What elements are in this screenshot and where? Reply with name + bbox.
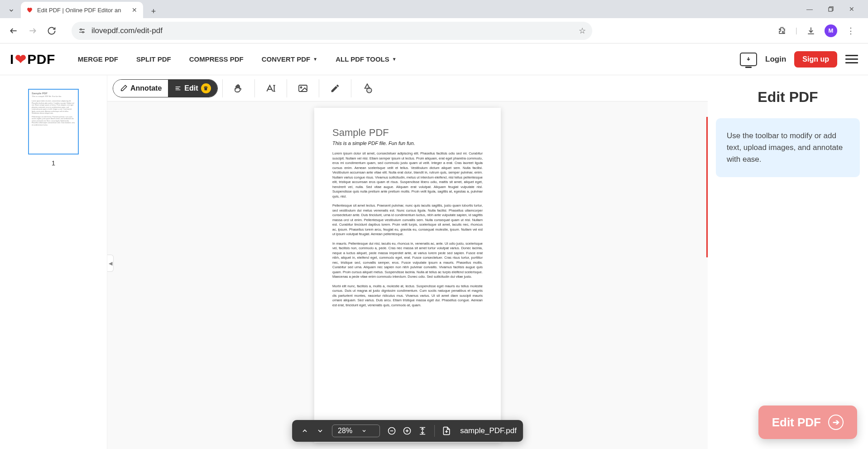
login-link[interactable]: Login (765, 55, 786, 64)
main-nav: MERGE PDF SPLIT PDF COMPRESS PDF CONVERT… (78, 55, 397, 63)
logo-letters-pdf: PDF (27, 52, 55, 67)
url-text: ilovepdf.com/edit-pdf (91, 26, 573, 35)
downloads-icon[interactable] (803, 23, 819, 39)
svg-rect-16 (299, 85, 307, 92)
file-icon (440, 425, 453, 437)
desktop-app-icon[interactable] (740, 53, 757, 66)
extensions-icon[interactable] (774, 23, 790, 39)
nav-all-pdf-tools[interactable]: ALL PDF TOOLS▼ (336, 55, 397, 63)
canvas-viewport[interactable]: Sample PDF This is a simple PDF file. Fu… (107, 101, 708, 449)
zoom-out-button[interactable] (385, 425, 398, 437)
window-close-button[interactable]: ✕ (845, 4, 858, 14)
browser-address-bar[interactable]: ilovepdf.com/edit-pdf ☆ (72, 22, 592, 40)
browser-toolbar: ilovepdf.com/edit-pdf ☆ | M ⋮ (0, 18, 868, 43)
doc-title: Sample PDF (332, 127, 483, 139)
fit-height-button[interactable] (416, 425, 429, 437)
svg-point-5 (80, 29, 82, 30)
draw-tool-button[interactable] (324, 77, 346, 100)
chevron-down-icon: ▼ (392, 57, 397, 62)
nav-compress-pdf[interactable]: COMPRESS PDF (189, 55, 244, 63)
accent-bar (706, 117, 708, 257)
logo-letter-i: I (10, 52, 14, 67)
svg-point-18 (366, 87, 371, 92)
editor-toolbar: Annotate Edit ♛ (107, 75, 708, 101)
nav-split-pdf[interactable]: SPLIT PDF (136, 55, 171, 63)
svg-point-17 (300, 87, 302, 88)
browser-reload-button[interactable] (43, 23, 60, 39)
arrow-right-circle-icon: ➔ (828, 415, 844, 430)
prev-page-button[interactable] (298, 425, 311, 437)
site-settings-icon[interactable] (78, 27, 86, 35)
filename-label: sample_PDF.pdf (460, 426, 517, 435)
window-controls: — ✕ (803, 0, 868, 18)
info-box: Use the toolbar to modify or add text, u… (716, 118, 860, 177)
tab-favicon-icon (25, 6, 34, 14)
bottom-status-bar: 28% sample_PDF.pdf (292, 420, 523, 442)
window-minimize-button[interactable]: — (803, 4, 816, 14)
browser-tab-active[interactable]: Edit PDF | Online PDF Editor an ✕ (21, 2, 143, 18)
doc-paragraph: Pellentesque sit amet lectus. Praesent p… (332, 203, 483, 237)
doc-paragraph: Lorem ipsum dolor sit amet, consectetuer… (332, 151, 483, 199)
svg-point-6 (82, 31, 84, 33)
logo[interactable]: I ❤ PDF (10, 51, 55, 67)
tab-search-dropdown[interactable] (4, 3, 19, 18)
premium-crown-icon: ♛ (201, 83, 211, 93)
page-thumbnail-1[interactable]: Sample PDF This is a simple PDF file. Fu… (28, 89, 79, 154)
thumbnail-page-number: 1 (52, 159, 55, 167)
doc-subtitle: This is a simple PDF file. Fun fun fun. (332, 140, 483, 146)
browser-forward-button[interactable] (24, 23, 41, 39)
thumbnail-sidebar: Sample PDF This is a simple PDF file. Fu… (0, 75, 107, 449)
image-tool-button[interactable] (292, 77, 314, 100)
tab-close-button[interactable]: ✕ (130, 6, 139, 14)
right-panel: Edit PDF Use the toolbar to modify or ad… (708, 75, 868, 449)
svg-rect-0 (829, 8, 832, 11)
bookmark-star-icon[interactable]: ☆ (579, 26, 586, 36)
nav-convert-pdf[interactable]: CONVERT PDF▼ (262, 55, 317, 63)
nav-merge-pdf[interactable]: MERGE PDF (78, 55, 118, 63)
heart-icon: ❤ (15, 51, 27, 67)
zoom-select[interactable]: 28% (332, 425, 380, 437)
app-header: I ❤ PDF MERGE PDF SPLIT PDF COMPRESS PDF… (0, 43, 868, 75)
mode-edit-button[interactable]: Edit ♛ (168, 80, 217, 97)
browser-tab-strip: Edit PDF | Online PDF Editor an ✕ + — ✕ (0, 0, 868, 18)
pdf-page-1[interactable]: Sample PDF This is a simple PDF file. Fu… (314, 108, 501, 443)
new-tab-button[interactable]: + (147, 5, 160, 18)
canvas-area: Annotate Edit ♛ (107, 75, 708, 449)
text-tool-button[interactable] (259, 77, 282, 100)
signup-button[interactable]: Sign up (794, 51, 837, 68)
next-page-button[interactable] (314, 425, 326, 437)
mode-toggle[interactable]: Annotate Edit ♛ (113, 79, 218, 97)
hamburger-menu-icon[interactable] (845, 53, 858, 66)
shapes-tool-button[interactable] (356, 77, 379, 100)
doc-paragraph: Morbi elit nunc, facilisis a, mollis a, … (332, 284, 483, 308)
profile-avatar[interactable]: M (825, 24, 837, 37)
browser-back-button[interactable] (5, 23, 22, 39)
window-maximize-button[interactable] (825, 5, 837, 14)
pan-tool-button[interactable] (227, 77, 250, 100)
tab-title: Edit PDF | Online PDF Editor an (37, 7, 127, 14)
main-work-area: Sample PDF This is a simple PDF file. Fu… (0, 75, 868, 449)
edit-pdf-action-button[interactable]: Edit PDF ➔ (758, 406, 857, 439)
doc-paragraph: In mauris. Pellentesque dui nisi, iaculi… (332, 241, 483, 280)
mode-annotate-button[interactable]: Annotate (113, 80, 168, 97)
browser-menu-icon[interactable]: ⋮ (843, 23, 859, 39)
right-panel-title: Edit PDF (716, 89, 860, 106)
zoom-in-button[interactable] (401, 425, 413, 437)
chevron-down-icon: ▼ (313, 57, 317, 62)
